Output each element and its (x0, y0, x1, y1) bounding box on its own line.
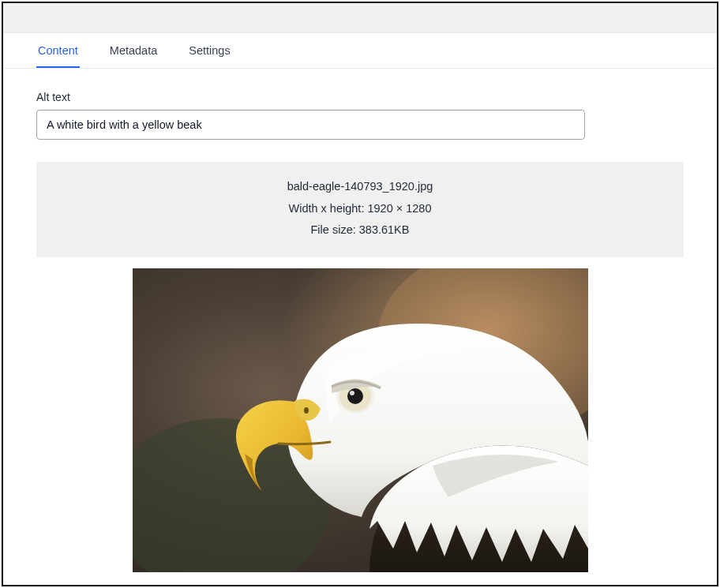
content-panel: Alt text bald-eagle-140793_1920.jpg Widt… (3, 69, 717, 585)
window-topbar (3, 3, 717, 33)
dimensions-label: Width x height: (289, 202, 365, 215)
eagle-image-placeholder (133, 268, 588, 572)
tab-bar: Content Metadata Settings (3, 33, 717, 69)
file-size: File size: 383.61KB (46, 219, 674, 242)
alt-text-label: Alt text (36, 91, 684, 103)
filesize-label: File size: (311, 223, 356, 236)
svg-point-7 (347, 388, 363, 404)
file-info-panel: bald-eagle-140793_1920.jpg Width x heigh… (36, 162, 684, 257)
image-preview-container (36, 268, 684, 585)
tab-metadata[interactable]: Metadata (108, 33, 159, 68)
alt-text-input[interactable] (36, 110, 585, 140)
dimensions-value: 1920 × 1280 (367, 202, 431, 215)
file-name: bald-eagle-140793_1920.jpg (46, 176, 674, 198)
svg-point-8 (350, 391, 354, 395)
tab-content[interactable]: Content (36, 33, 80, 68)
file-dimensions: Width x height: 1920 × 1280 (46, 198, 674, 220)
filesize-value: 383.61KB (359, 223, 410, 236)
image-preview (133, 268, 588, 572)
svg-point-4 (304, 407, 309, 414)
tab-settings[interactable]: Settings (187, 33, 231, 68)
